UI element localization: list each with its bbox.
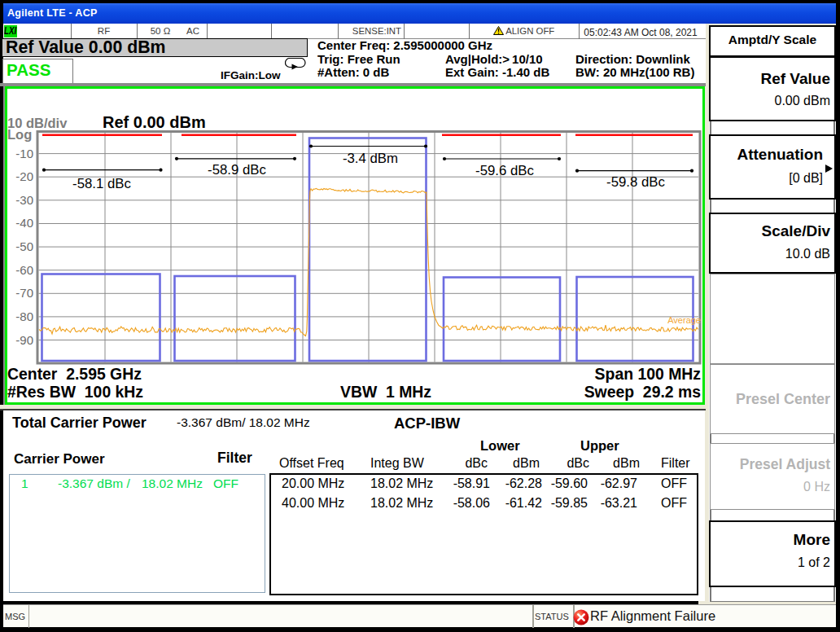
svg-text:-59.6 dBc: -59.6 dBc — [475, 163, 534, 178]
svg-text:-3.4 dBm: -3.4 dBm — [343, 151, 398, 166]
svg-text:-59.8 dBc: -59.8 dBc — [606, 174, 665, 190]
svg-text:-58.9 dBc: -58.9 dBc — [208, 162, 266, 178]
svg-text:-58.1 dBc: -58.1 dBc — [72, 176, 131, 191]
svg-text:Average: Average — [667, 315, 701, 325]
